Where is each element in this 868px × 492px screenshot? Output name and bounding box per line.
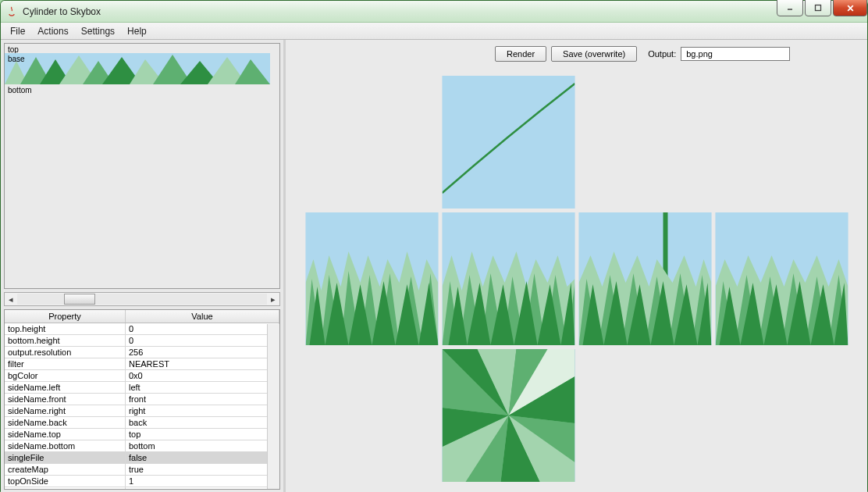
titlebar: Cylinder to Skybox (1, 1, 867, 23)
svg-rect-16 (442, 76, 575, 209)
close-button[interactable] (833, 0, 867, 16)
minimize-button[interactable] (777, 0, 803, 16)
skybox-face-left (305, 212, 438, 345)
preview-bottom-label: bottom (8, 86, 32, 94)
property-name: sideName.bottom (5, 440, 126, 451)
svg-rect-1 (816, 5, 821, 11)
menubar: File Actions Settings Help (1, 23, 867, 40)
table-row[interactable]: output.resolution256 (5, 347, 279, 358)
table-row[interactable]: sideName.backback (5, 417, 279, 429)
java-icon (5, 5, 18, 18)
table-row[interactable]: bottom.height0 (5, 335, 279, 347)
skybox-face-top (442, 76, 575, 209)
property-name: singleFile (5, 452, 126, 463)
skybox-cross-layout (305, 76, 848, 482)
preview-base-label: base (8, 55, 25, 63)
table-row[interactable]: sideName.leftleft (5, 382, 279, 394)
property-name: createMap (5, 464, 126, 475)
render-button[interactable]: Render (495, 46, 546, 62)
table-row[interactable]: sideName.rightright (5, 405, 279, 417)
property-value[interactable]: false (126, 452, 279, 463)
scroll-right-icon[interactable]: ▸ (267, 293, 279, 305)
property-value[interactable]: 1 (126, 476, 279, 487)
menu-actions[interactable]: Actions (31, 24, 74, 38)
property-name: sideName.right (5, 405, 126, 416)
table-row[interactable]: bottomOnSide1 (5, 487, 279, 490)
property-value[interactable]: bottom (126, 440, 279, 451)
table-row[interactable]: filterNEAREST (5, 358, 279, 370)
toolbar: Render Save (overwrite) Output: (286, 40, 867, 68)
property-header-val: Value (126, 310, 279, 323)
table-row[interactable]: sideName.toptop (5, 429, 279, 440)
menu-settings[interactable]: Settings (75, 24, 121, 38)
property-name: sideName.front (5, 394, 126, 405)
property-value[interactable]: right (126, 405, 279, 416)
menu-help[interactable]: Help (121, 24, 153, 38)
property-header-prop: Property (5, 310, 126, 323)
table-row[interactable]: sideName.frontfront (5, 394, 279, 405)
scroll-thumb[interactable] (64, 294, 95, 305)
property-name: sideName.left (5, 382, 126, 393)
output-field[interactable] (681, 47, 790, 61)
property-value[interactable]: front (126, 394, 279, 405)
app-window: Cylinder to Skybox File Actions Settings… (0, 0, 868, 492)
property-value[interactable]: NEAREST (126, 358, 279, 369)
right-pane: Render Save (overwrite) Output: (286, 40, 867, 492)
property-name: top.height (5, 323, 126, 334)
maximize-button[interactable] (805, 0, 831, 16)
property-value[interactable]: 0 (126, 323, 279, 334)
property-name: bgColor (5, 370, 126, 381)
table-row[interactable]: top.height0 (5, 323, 279, 335)
property-name: topOnSide (5, 476, 126, 487)
property-name: filter (5, 358, 126, 369)
property-value[interactable]: true (126, 464, 279, 475)
preview-horizontal-scrollbar[interactable]: ◂ ▸ (4, 292, 280, 306)
property-table-header: Property Value (5, 310, 279, 323)
table-row[interactable]: createMaptrue (5, 464, 279, 476)
skybox-face-back (715, 212, 848, 345)
property-name: bottomOnSide (5, 487, 126, 490)
skybox-face-front (442, 212, 575, 345)
property-name: sideName.top (5, 429, 126, 440)
preview-image (5, 53, 270, 84)
property-value[interactable]: 0x0 (126, 370, 279, 381)
window-title: Cylinder to Skybox (23, 6, 863, 17)
menu-file[interactable]: File (4, 24, 31, 38)
skybox-view (286, 68, 867, 492)
table-row[interactable]: singleFilefalse (5, 452, 279, 464)
property-value[interactable]: top (126, 429, 279, 440)
property-name: bottom.height (5, 335, 126, 346)
table-row[interactable]: sideName.bottombottom (5, 440, 279, 452)
property-value[interactable]: 256 (126, 347, 279, 358)
cylinder-preview[interactable]: top (4, 43, 280, 289)
save-button[interactable]: Save (overwrite) (551, 46, 637, 62)
content-area: top (1, 40, 867, 492)
left-pane: top (1, 40, 286, 492)
table-row[interactable]: topOnSide1 (5, 476, 279, 487)
skybox-face-right (578, 212, 711, 345)
scroll-left-icon[interactable]: ◂ (5, 293, 17, 305)
property-value[interactable]: 1 (126, 487, 279, 490)
scroll-track[interactable] (17, 294, 267, 305)
property-table-scrollbar[interactable] (267, 324, 279, 489)
property-value[interactable]: back (126, 417, 279, 428)
property-value[interactable]: 0 (126, 335, 279, 346)
property-name: sideName.back (5, 417, 126, 428)
output-label: Output: (648, 49, 676, 59)
table-row[interactable]: bgColor0x0 (5, 370, 279, 382)
property-value[interactable]: left (126, 382, 279, 393)
property-table[interactable]: Property Value top.height0bottom.height0… (4, 309, 280, 490)
window-controls (777, 0, 867, 16)
skybox-face-bottom (442, 349, 575, 482)
property-name: output.resolution (5, 347, 126, 358)
